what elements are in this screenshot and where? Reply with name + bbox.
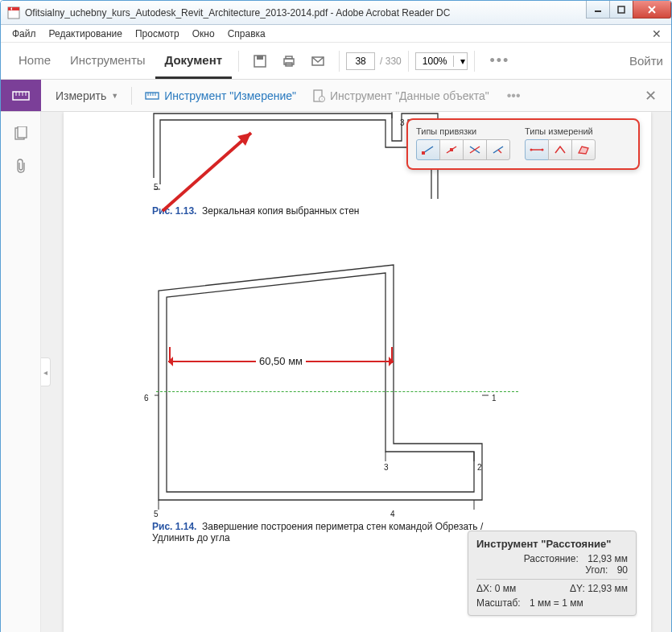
svg-point-49 — [542, 149, 544, 151]
figure-1-13-caption: Рис. 1.13. Зеркальная копия выбранных ст… — [152, 205, 359, 217]
svg-rect-9 — [286, 56, 292, 59]
thumbnails-icon[interactable] — [14, 126, 28, 144]
window-controls — [587, 1, 671, 24]
document-info-icon: i — [312, 89, 325, 102]
fig2-label-1: 1 — [492, 394, 497, 403]
menubar: Файл Редактирование Просмотр Окно Справк… — [1, 25, 671, 43]
titlebar: Ofitsialny_uchebny_kurs_Autodesk_Revit_A… — [1, 1, 671, 25]
svg-rect-1 — [8, 7, 19, 10]
content-area: ◂ 3 2 5 Рис. 1.13. Зеркальная копия выбр… — [1, 112, 671, 632]
zoom-value: 100% — [416, 56, 454, 67]
svg-rect-3 — [618, 6, 625, 13]
print-icon[interactable] — [278, 50, 300, 72]
measurement-annotation: 60,50 мм — [168, 355, 394, 367]
svg-rect-12 — [13, 92, 29, 100]
toolbar-divider — [408, 51, 409, 72]
chevron-down-icon: ▼ — [111, 92, 118, 100]
menu-help[interactable]: Справка — [221, 28, 272, 39]
tab-home[interactable]: Home — [9, 43, 60, 79]
more-menu[interactable]: ••• — [507, 89, 521, 103]
svg-rect-17 — [146, 93, 159, 99]
sub-divider — [131, 87, 132, 105]
measure-perimeter-button[interactable] — [548, 139, 572, 160]
tool-category-icon[interactable] — [1, 80, 41, 111]
fig1-label-3: 3 — [400, 118, 405, 127]
measurement-value: 60,50 мм — [256, 355, 306, 367]
menu-file[interactable]: Файл — [6, 28, 43, 39]
menu-view[interactable]: Просмотр — [129, 28, 186, 39]
snap-midpoint-button[interactable] — [439, 139, 464, 160]
pdf-app-icon — [7, 6, 20, 19]
measurement-info-box: Инструмент "Расстояние" Расстояние: 12,9… — [468, 531, 637, 616]
app-window: Ofitsialny_uchebny_kurs_Autodesk_Revit_A… — [0, 0, 672, 632]
mail-icon[interactable] — [307, 50, 329, 72]
zoom-dropdown[interactable]: 100% ▾ — [415, 52, 468, 70]
toolbar-divider — [339, 51, 340, 72]
fig2-label-3: 3 — [384, 463, 389, 472]
measure-dropdown[interactable]: Измерить ▼ — [47, 89, 126, 102]
document-close-icon[interactable]: ✕ — [647, 27, 666, 40]
ruler-icon — [145, 91, 159, 101]
svg-rect-42 — [450, 148, 453, 151]
fig2-label-4: 4 — [390, 510, 395, 518]
login-link[interactable]: Войти — [629, 54, 663, 68]
minimize-button[interactable] — [586, 1, 610, 19]
rail-collapse-handle[interactable]: ◂ — [41, 357, 51, 386]
attachments-icon[interactable] — [14, 159, 27, 176]
left-nav-rail — [1, 112, 41, 632]
main-toolbar: Home Инструменты Документ / 330 100% ▾ •… — [1, 43, 671, 80]
menu-window[interactable]: Окно — [186, 28, 221, 39]
pdf-page: 3 2 5 Рис. 1.13. Зеркальная копия выбран… — [64, 112, 651, 632]
fig1-label-5: 5 — [154, 183, 159, 192]
measure-group-label: Типы измерений — [525, 126, 596, 136]
object-data-tool-button[interactable]: i Инструмент "Данные объекта" — [304, 89, 497, 102]
snap-intersection-button[interactable] — [463, 139, 487, 160]
close-button[interactable] — [633, 1, 671, 19]
maximize-button[interactable] — [609, 1, 633, 19]
menu-edit[interactable]: Редактирование — [43, 28, 129, 39]
toolbar-divider — [238, 51, 239, 72]
snap-types-panel[interactable]: Типы привязки Типы измерений — [406, 118, 640, 170]
snap-endpoint-button[interactable] — [416, 139, 440, 160]
snap-perpendicular-button[interactable] — [486, 139, 510, 160]
measure-distance-button[interactable] — [525, 139, 549, 160]
fig2-label-2: 2 — [477, 463, 482, 472]
chevron-down-icon: ▾ — [453, 56, 467, 67]
snap-group-label: Типы привязки — [416, 126, 510, 136]
document-viewport[interactable]: ◂ 3 2 5 Рис. 1.13. Зеркальная копия выбр… — [41, 112, 671, 632]
svg-rect-7 — [257, 56, 263, 60]
page-number-input[interactable] — [346, 52, 375, 70]
figure-1-14-drawing — [152, 258, 490, 516]
svg-rect-40 — [422, 151, 425, 155]
save-icon[interactable] — [249, 50, 271, 72]
info-title: Инструмент "Расстояние" — [476, 538, 628, 550]
svg-text:i: i — [321, 97, 322, 101]
toolbar-divider — [474, 51, 475, 72]
svg-point-48 — [530, 149, 533, 151]
measure-subbar: Измерить ▼ Инструмент "Измерение" i Инст… — [41, 80, 671, 111]
figure-1-13-drawing — [152, 112, 442, 199]
snap-guide-line — [156, 391, 518, 392]
fig2-label-6: 6 — [144, 394, 149, 403]
tab-document[interactable]: Документ — [155, 43, 233, 79]
measure-toolbar: Измерить ▼ Инструмент "Измерение" i Инст… — [1, 80, 671, 112]
close-tool-icon[interactable]: ✕ — [637, 87, 665, 105]
window-title: Ofitsialny_uchebny_kurs_Autodesk_Revit_A… — [25, 7, 587, 19]
page-total: / 330 — [380, 56, 402, 67]
fig2-label-5: 5 — [154, 510, 159, 518]
measure-area-button[interactable] — [571, 139, 596, 160]
tab-tools[interactable]: Инструменты — [60, 43, 155, 79]
more-menu[interactable]: ••• — [489, 52, 509, 69]
measurement-tool-button[interactable]: Инструмент "Измерение" — [137, 89, 304, 102]
svg-rect-26 — [18, 126, 27, 138]
svg-line-46 — [498, 150, 501, 153]
figure-1-14-caption: Рис. 1.14. Завершение построения перимет… — [152, 521, 490, 543]
